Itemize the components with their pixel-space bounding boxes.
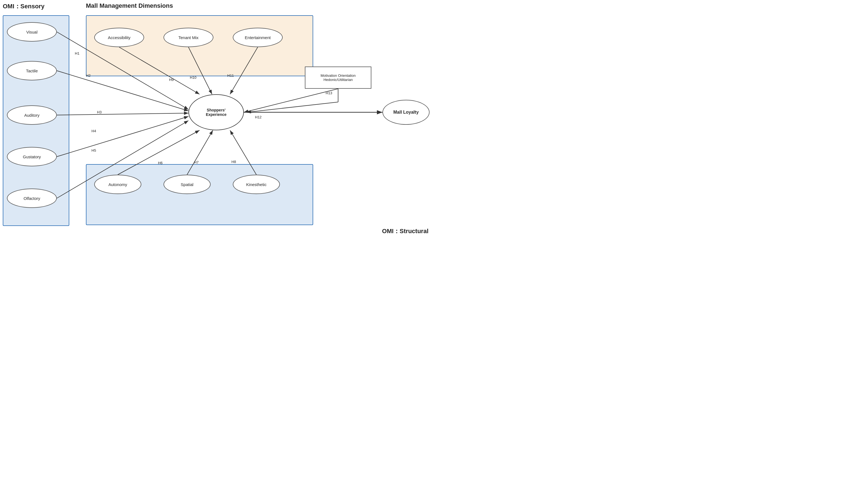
title-structural: OMI：Structural [382,227,429,235]
h7-label: H7 [194,160,199,164]
h9-label: H9 [169,78,174,82]
ellipse-tenant-mix: Tenant Mix [163,28,213,47]
svg-line-14 [244,89,338,112]
ellipse-shoppers-experience: Shoppers' Experience [188,94,244,130]
h11-label: H11 [227,73,234,78]
svg-line-4 [57,113,188,115]
h2-label: H2 [86,73,91,78]
h4-label: H4 [91,129,96,133]
ellipse-olfactory: Olfactory [7,188,57,208]
h13-label: H13 [326,91,332,95]
ellipse-gustatory: Gustatory [7,147,57,166]
h5-label: H5 [91,148,96,152]
h10-label: H10 [190,76,196,80]
diagram-container: OMI：Sensory Mall Management Dimensions O… [0,0,434,240]
ellipse-entertainment: Entertainment [233,28,283,47]
svg-line-16 [247,102,338,112]
h12-label: H12 [255,115,261,119]
h1-label: H1 [75,51,80,55]
svg-line-5 [57,116,188,157]
ellipse-kinesthetic: Kinesthetic [233,175,280,194]
structural-box [86,164,313,225]
ellipse-auditory: Auditory [7,106,57,125]
motivation-box: Motivation Orientation Hedonic/Utilitari… [305,66,371,89]
h6-label: H6 [158,161,163,165]
ellipse-accessibility: Accessibility [94,28,144,47]
title-sensory: OMI：Sensory [3,2,44,10]
svg-line-3 [57,71,188,111]
h8-label: H8 [231,160,236,164]
h3-label: H3 [97,110,102,114]
ellipse-visual: Visual [7,22,57,41]
ellipse-spatial: Spatial [163,175,211,194]
title-management: Mall Management Dimensions [86,2,173,9]
ellipse-autonomy: Autonomy [94,175,141,194]
ellipse-mall-loyalty: Mall Loyalty [382,100,430,125]
ellipse-tactile: Tactile [7,61,57,81]
